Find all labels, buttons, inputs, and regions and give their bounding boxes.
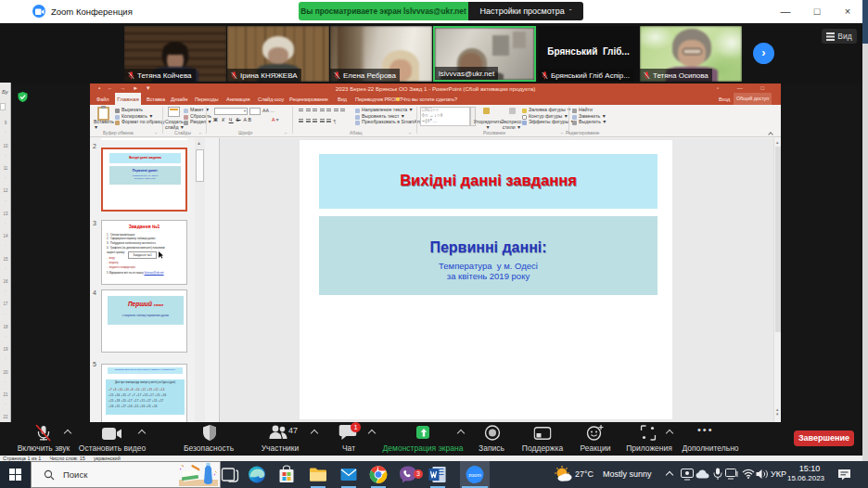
svg-text:zoom: zoom	[468, 472, 481, 478]
